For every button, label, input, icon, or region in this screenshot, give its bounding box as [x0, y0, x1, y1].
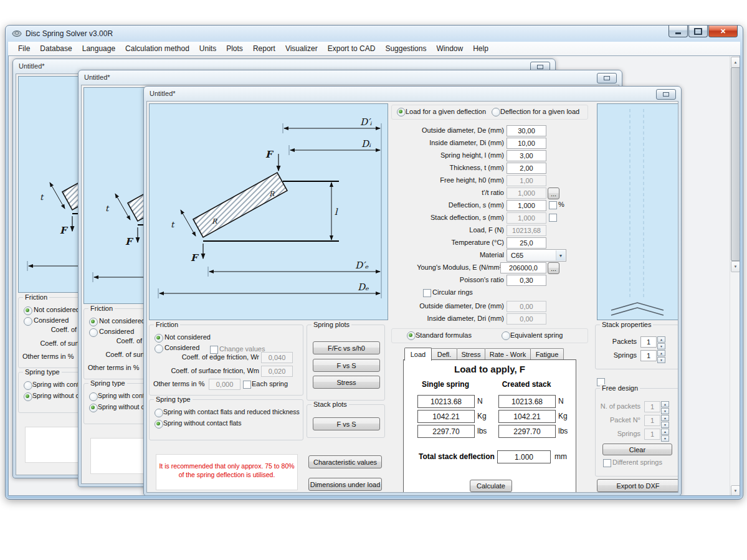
menu-help[interactable]: Help: [468, 42, 493, 55]
spring-with-contact-flats-radio[interactable]: [89, 392, 98, 401]
youngs-modulus-input[interactable]: 206000,0: [500, 262, 546, 273]
each-spring-checkbox[interactable]: [243, 381, 251, 389]
spring-without-contact-flats-radio[interactable]: [24, 392, 32, 401]
tt-ratio-input[interactable]: 1,000: [507, 187, 546, 199]
poissons-ratio-input[interactable]: 0,30: [507, 275, 546, 286]
dimensions-under-load-button[interactable]: Dimensions under load: [308, 478, 382, 491]
stress-button[interactable]: Stress: [313, 376, 380, 389]
menu-window[interactable]: Window: [431, 42, 468, 55]
stack-deflection-input[interactable]: 1,000: [507, 212, 546, 224]
calculate-button[interactable]: Calculate: [470, 480, 512, 492]
child-window-front[interactable]: Untitled*: [143, 86, 682, 496]
menu-units[interactable]: Units: [194, 42, 221, 55]
maximize-button[interactable]: [688, 26, 708, 37]
deflection-input[interactable]: 1,000: [507, 200, 546, 211]
load-for-deflection-radio[interactable]: [397, 108, 406, 116]
minimize-button[interactable]: [668, 26, 688, 37]
spin-down-icon[interactable]: ▼: [657, 357, 665, 363]
window-button[interactable]: [597, 73, 617, 83]
material-combobox[interactable]: C65 ▼: [507, 249, 566, 262]
menu-database[interactable]: Database: [35, 42, 77, 55]
spin-down-icon[interactable]: ▼: [657, 343, 665, 349]
spring-with-contact-flats-radio[interactable]: [24, 381, 32, 390]
menu-language[interactable]: Language: [77, 42, 120, 55]
tab-defl[interactable]: Defl.: [431, 348, 457, 360]
spring-without-contact-flats-radio[interactable]: [89, 404, 98, 412]
packet-number-stepper[interactable]: ▲ ▼: [661, 415, 669, 426]
free-design-springs-stepper[interactable]: ▲ ▼: [661, 429, 669, 440]
spring-with-contact-flats-radio[interactable]: [155, 409, 163, 417]
inside-diameter-di-input[interactable]: 10,00: [507, 138, 546, 149]
export-to-dxf-button[interactable]: Export to DXF: [597, 479, 678, 492]
clear-button[interactable]: Clear: [602, 444, 672, 455]
menu-calculation-method[interactable]: Calculation method: [120, 42, 194, 55]
scroll-down-button[interactable]: ▼: [731, 261, 740, 272]
total-stack-deflection-value[interactable]: 1.000: [497, 450, 551, 463]
tt-ratio-more-button[interactable]: ...: [548, 187, 559, 199]
deflection-percent-checkbox[interactable]: [549, 201, 557, 209]
friction-considered-radio[interactable]: [155, 344, 163, 353]
mdi-scrollbar[interactable]: ▲ ▼ ▼: [730, 56, 740, 496]
ffc-vs-sh0-button[interactable]: F/Fc vs s/h0: [313, 341, 380, 354]
packets-stepper[interactable]: ▲ ▼: [657, 336, 665, 348]
tab-rate-work[interactable]: Rate - Work: [485, 348, 531, 360]
chevron-down-icon[interactable]: ▼: [556, 250, 565, 260]
inside-diameter-dri-input[interactable]: 0,00: [507, 313, 546, 325]
load-input[interactable]: 10213,68: [507, 225, 546, 236]
surface-friction-input[interactable]: 0,020: [261, 366, 293, 377]
thickness-input[interactable]: 2,00: [507, 163, 546, 174]
stack-f-vs-s-button[interactable]: F vs S: [313, 417, 380, 430]
free-height-input[interactable]: 1,00: [507, 175, 546, 186]
spin-up-icon[interactable]: ▲: [657, 350, 665, 356]
springs-stepper[interactable]: ▲ ▼: [657, 350, 665, 361]
other-terms-input[interactable]: 0,000: [209, 379, 240, 390]
friction-not-considered-radio[interactable]: [24, 306, 32, 315]
scroll-up-button[interactable]: ▲: [731, 57, 740, 68]
f-vs-s-button[interactable]: F vs S: [313, 359, 380, 372]
tab-stress[interactable]: Stress: [457, 348, 485, 360]
packet-number-value[interactable]: 1: [644, 415, 660, 426]
equivalent-spring-radio[interactable]: [502, 331, 510, 340]
n-of-packets-value[interactable]: 1: [644, 401, 660, 412]
spin-up-icon[interactable]: ▲: [661, 401, 669, 407]
spin-up-icon[interactable]: ▲: [657, 336, 665, 343]
deflection-for-load-radio[interactable]: [492, 108, 500, 116]
spin-down-icon[interactable]: ▼: [661, 408, 669, 414]
different-springs-checkbox[interactable]: [603, 459, 611, 467]
standard-formulas-radio[interactable]: [407, 331, 416, 340]
outside-diameter-dre-input[interactable]: 0,00: [507, 301, 546, 312]
spin-up-icon[interactable]: ▲: [661, 429, 669, 435]
free-design-springs-value[interactable]: 1: [644, 429, 660, 440]
menu-plots[interactable]: Plots: [221, 42, 248, 55]
window-button[interactable]: [656, 89, 676, 100]
characteristic-values-button[interactable]: Characteristic values: [308, 455, 382, 468]
titlebar[interactable]: Disc Spring Solver v3.00R ✕: [6, 26, 743, 42]
menu-report[interactable]: Report: [248, 42, 280, 55]
spring-height-input[interactable]: 3,00: [507, 150, 546, 161]
scroll-down-button-bottom[interactable]: ▼: [731, 485, 740, 496]
menu-file[interactable]: File: [13, 42, 35, 55]
youngs-modulus-more-button[interactable]: ...: [548, 262, 559, 274]
friction-considered-radio[interactable]: [89, 328, 98, 337]
spin-up-icon[interactable]: ▲: [661, 415, 669, 421]
temperature-input[interactable]: 25,0: [507, 237, 546, 249]
outside-diameter-de-input[interactable]: 30,00: [507, 125, 546, 136]
friction-not-considered-radio[interactable]: [155, 334, 163, 343]
menu-suggestions[interactable]: Suggestions: [380, 42, 431, 55]
packets-value[interactable]: 1: [640, 336, 657, 348]
springs-value[interactable]: 1: [640, 350, 657, 361]
n-of-packets-stepper[interactable]: ▲ ▼: [661, 401, 669, 412]
close-button[interactable]: ✕: [708, 26, 738, 37]
spring-without-contact-flats-radio[interactable]: [155, 420, 163, 429]
edge-friction-input[interactable]: 0,040: [261, 352, 293, 363]
spin-down-icon[interactable]: ▼: [661, 435, 669, 442]
friction-not-considered-radio[interactable]: [89, 318, 98, 326]
spin-down-icon[interactable]: ▼: [661, 422, 669, 428]
menu-visualizer[interactable]: Visualizer: [280, 42, 323, 55]
tab-load[interactable]: Load: [404, 348, 432, 361]
menu-export-to-cad[interactable]: Export to CAD: [323, 42, 381, 55]
friction-considered-radio[interactable]: [24, 317, 32, 326]
scrollbar-thumb[interactable]: [731, 67, 740, 261]
tab-fatigue[interactable]: Fatigue: [530, 348, 564, 360]
circular-rings-checkbox[interactable]: [423, 289, 431, 297]
